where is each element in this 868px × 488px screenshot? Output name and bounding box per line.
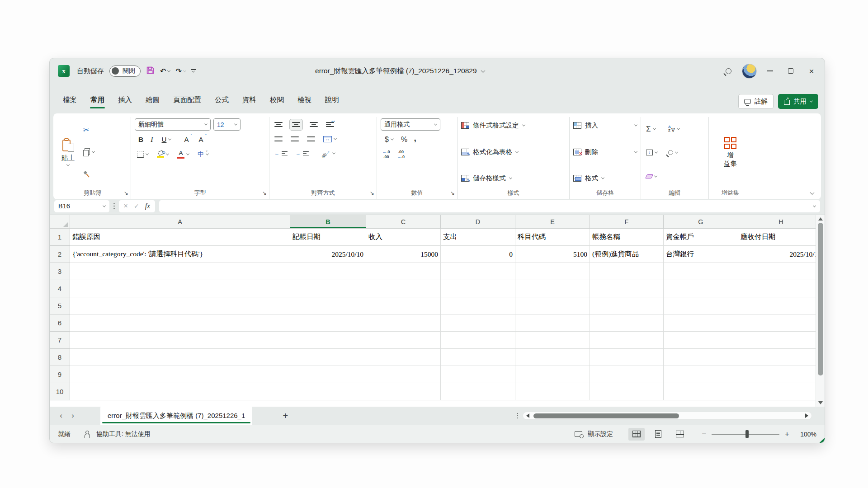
grow-font-button[interactable]: Aˆ <box>184 136 189 143</box>
cell-D3[interactable] <box>441 263 515 280</box>
cell-H9[interactable] <box>738 366 824 383</box>
cell-F6[interactable] <box>590 314 664 332</box>
name-box-resize-handle[interactable] <box>113 203 115 209</box>
next-sheet-button[interactable]: › <box>67 411 79 420</box>
align-right-button[interactable] <box>306 133 316 145</box>
underline-button[interactable]: U <box>160 134 173 145</box>
cell-H5[interactable] <box>738 297 824 314</box>
font-color-button[interactable]: A <box>176 149 190 160</box>
cell-E6[interactable] <box>515 314 590 332</box>
cell-H3[interactable] <box>738 263 824 280</box>
page-break-view-button[interactable] <box>672 428 688 441</box>
cell-styles-button[interactable]: 儲存格樣式 <box>461 172 566 185</box>
scroll-up-icon[interactable] <box>818 217 823 221</box>
bottom-align-button[interactable] <box>308 119 319 131</box>
collapse-ribbon-icon[interactable] <box>810 190 815 195</box>
accessibility-status[interactable]: 協助工具: 無法使用 <box>96 430 151 438</box>
dialog-launcher-icon[interactable]: ↘ <box>262 190 267 196</box>
cell-B8[interactable] <box>290 349 366 366</box>
cell-F10[interactable] <box>590 383 664 400</box>
cell-G10[interactable] <box>664 383 738 400</box>
column-header-A[interactable]: A <box>70 215 290 229</box>
cell-E3[interactable] <box>515 263 590 280</box>
cell-C4[interactable] <box>366 280 441 297</box>
comments-button[interactable]: 註解 <box>738 94 774 109</box>
tab-home[interactable]: 常用 <box>84 91 111 110</box>
cell-H8[interactable] <box>738 349 824 366</box>
prev-sheet-button[interactable]: ‹ <box>55 411 67 420</box>
horizontal-scroll-thumb[interactable] <box>533 413 679 418</box>
cell-B7[interactable] <box>290 332 366 349</box>
cell-A1[interactable]: 錯誤原因 <box>70 229 290 246</box>
close-button[interactable]: × <box>801 61 822 81</box>
decrease-indent-button[interactable]: ← <box>273 148 289 160</box>
accounting-format-button[interactable]: $ <box>383 134 395 145</box>
zoom-out-button[interactable]: − <box>702 430 706 439</box>
cell-E7[interactable] <box>515 332 590 349</box>
cell-G9[interactable] <box>664 366 738 383</box>
cell-E9[interactable] <box>515 366 590 383</box>
delete-cells-button[interactable]: 刪除 <box>573 145 637 159</box>
enter-entry-button[interactable]: ✓ <box>134 203 139 209</box>
zoom-slider-thumb[interactable] <box>745 430 749 438</box>
wrap-text-button[interactable]: ↩ <box>325 119 335 131</box>
column-header-H[interactable]: H <box>738 215 824 229</box>
cell-A9[interactable] <box>70 366 290 383</box>
add-sheet-button[interactable]: + <box>278 411 293 421</box>
cell-H1[interactable]: 應收付日期 <box>738 229 824 246</box>
page-layout-view-button[interactable] <box>650 428 666 441</box>
column-header-D[interactable]: D <box>441 215 515 229</box>
cell-H10[interactable] <box>738 383 824 400</box>
cell-C1[interactable]: 收入 <box>366 229 441 246</box>
undo-button[interactable]: ↶ <box>160 67 170 75</box>
cell-D2[interactable]: 0 <box>441 246 515 263</box>
tab-file[interactable]: 檔案 <box>56 91 84 110</box>
customize-quick-access-icon[interactable] <box>191 69 196 73</box>
cell-F7[interactable] <box>590 332 664 349</box>
dialog-launcher-icon[interactable]: ↘ <box>450 190 455 196</box>
account-button[interactable] <box>739 61 760 81</box>
cell-H7[interactable] <box>738 332 824 349</box>
row-header-6[interactable]: 6 <box>50 314 70 332</box>
row-header-10[interactable]: 10 <box>50 383 70 400</box>
cell-D6[interactable] <box>441 314 515 332</box>
align-center-button[interactable] <box>289 133 300 145</box>
cell-A2[interactable]: {'account_category_code': '請選擇科目代碼'} <box>70 246 290 263</box>
row-header-4[interactable]: 4 <box>50 280 70 297</box>
cell-H4[interactable] <box>738 280 824 297</box>
row-header-9[interactable]: 9 <box>50 366 70 383</box>
borders-button[interactable] <box>136 149 150 160</box>
scroll-right-icon[interactable] <box>805 413 808 418</box>
cell-D9[interactable] <box>441 366 515 383</box>
addins-button[interactable]: 增 益集 <box>720 118 741 187</box>
display-settings-label[interactable]: 顯示設定 <box>588 430 613 438</box>
cell-H6[interactable] <box>738 314 824 332</box>
cell-D8[interactable] <box>441 349 515 366</box>
cell-G3[interactable] <box>664 263 738 280</box>
cell-D7[interactable] <box>441 332 515 349</box>
sheetbar-splitter[interactable] <box>517 413 518 419</box>
fill-button[interactable]: ↓ <box>645 147 659 159</box>
excel-logo-icon[interactable]: x <box>58 65 70 77</box>
horizontal-scrollbar[interactable] <box>523 412 812 420</box>
italic-button[interactable]: I <box>151 136 153 144</box>
formula-input[interactable] <box>159 200 820 212</box>
increase-decimal-button[interactable]: ←.0.00 <box>382 150 390 159</box>
tab-page-layout[interactable]: 頁面配置 <box>166 91 208 110</box>
cell-F4[interactable] <box>590 280 664 297</box>
vertical-scrollbar[interactable] <box>816 215 825 407</box>
cancel-entry-button[interactable]: × <box>124 202 128 210</box>
cell-A4[interactable] <box>70 280 290 297</box>
find-select-button[interactable] <box>667 147 681 159</box>
scroll-down-icon[interactable] <box>818 401 823 404</box>
cell-G6[interactable] <box>664 314 738 332</box>
column-header-E[interactable]: E <box>515 215 590 229</box>
font-size-select[interactable]: 12 <box>213 118 241 131</box>
tab-insert[interactable]: 插入 <box>111 91 139 110</box>
cell-C7[interactable] <box>366 332 441 349</box>
cell-G2[interactable]: 台灣銀行 <box>664 246 738 263</box>
tab-formulas[interactable]: 公式 <box>208 91 236 110</box>
phonetic-button[interactable]: 中x <box>196 149 210 160</box>
cell-C8[interactable] <box>366 349 441 366</box>
dialog-launcher-icon[interactable]: ↘ <box>370 190 374 196</box>
